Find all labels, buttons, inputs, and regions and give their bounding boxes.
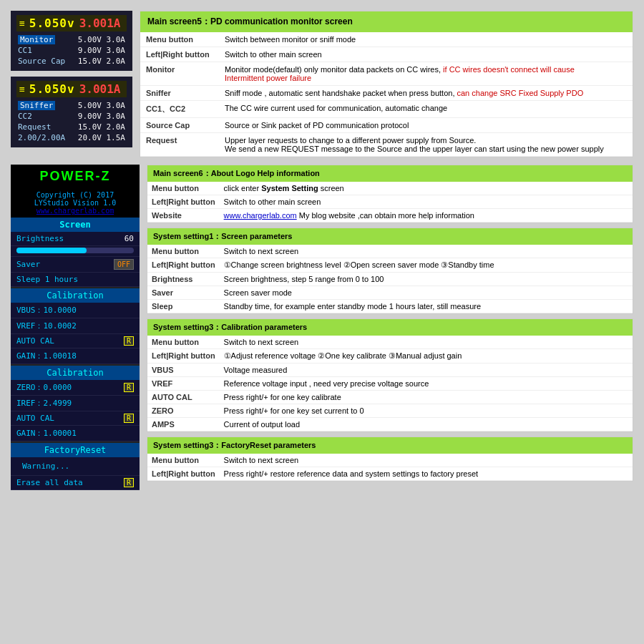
- table-row: VREF Reference voltage input , need very…: [147, 377, 633, 391]
- row-value: Switch to next screen: [220, 336, 633, 349]
- amps-label: 2.00/2.00A: [18, 133, 65, 142]
- auto-cal-label-2: AUTO CAL: [16, 414, 54, 423]
- table-row: Brightness Screen brightness, step 5 ran…: [147, 273, 633, 286]
- row-label: Brightness: [147, 273, 220, 286]
- r-badge-1: R: [124, 336, 134, 346]
- sys-setting3-factory-table: Menu button Switch to next screen Left|R…: [147, 454, 633, 481]
- table-row: Menu button Switch to next screen: [147, 245, 633, 258]
- table-row: Monitor Monitor mode(default) only monit…: [140, 62, 633, 86]
- calib2-header: Calibration: [11, 364, 140, 380]
- table-row: Saver Screen saver mode: [147, 286, 633, 300]
- about-logo-panel: Main screen6：About Logo Help information…: [147, 165, 633, 223]
- table-row: Source Cap Source or Sink packet of PD c…: [140, 118, 633, 133]
- row-value: Switch between monitor or sniff mode: [219, 32, 633, 47]
- main-screen5-table: Menu button Switch between monitor or sn…: [140, 32, 633, 157]
- calib2-row-3: GAIN：1.00001: [11, 426, 140, 441]
- row-label: Left|Right button: [147, 467, 220, 481]
- row-label: Sniffer: [140, 86, 219, 101]
- request-label: Request: [18, 122, 51, 132]
- screen1-val-0: 5.00V 3.0A: [78, 35, 125, 44]
- warning-text: Warning...: [16, 459, 75, 473]
- row-label: Monitor: [140, 62, 219, 86]
- row-label: Left|Right button: [147, 258, 220, 273]
- vbus-label: VBUS：10.0000: [16, 305, 77, 316]
- powerz-device: POWER-Z Copyright (C) 2017LYStudio Visio…: [11, 165, 140, 490]
- powerz-header: POWER-Z: [11, 165, 140, 188]
- screen1-row-2: Source Cap 15.0V 2.0A: [16, 56, 127, 67]
- device-header-2: ≡ 5.050v 3.001A: [16, 81, 127, 97]
- brightness-slider: [11, 246, 140, 257]
- table-row: Left|Right button Press right/+ restore …: [147, 467, 633, 481]
- row-value: Screen brightness, step 5 range from 0 t…: [220, 273, 633, 286]
- screen2-row-1: CC2 9.00V 3.0A: [16, 111, 127, 122]
- calib1-row-2: AUTO CAL R: [11, 334, 140, 348]
- row-value: Current of output load: [220, 418, 633, 431]
- r-badge-4: R: [124, 478, 134, 487]
- sleep-label: Sleep 1 hours: [16, 275, 78, 284]
- voltage-1: 5.050v: [29, 16, 75, 30]
- r-badge-3: R: [124, 414, 134, 423]
- screen1-val-1: 9.00V 3.0A: [78, 46, 125, 55]
- screen1-row-0: Monitor 5.00V 3.0A: [16, 34, 127, 45]
- current-2: 3.001A: [79, 82, 121, 96]
- sys-setting1-panel: System setting1：Screen parameters Menu b…: [147, 228, 633, 314]
- brightness-label: Brightness: [16, 234, 64, 243]
- powerz-logo: POWER-Z: [16, 169, 134, 184]
- auto-cal-label-1: AUTO CAL: [16, 336, 54, 346]
- sleep-row: Sleep 1 hours: [11, 273, 140, 287]
- brightness-value: 60: [125, 234, 134, 243]
- row-value: Reference voltage input , need very prec…: [220, 377, 633, 391]
- table-row: Menu button click enter System Setting s…: [147, 182, 633, 195]
- factory-reset-section: FactoryReset Warning... Erase all data R: [11, 441, 140, 490]
- screen2-val-1: 9.00V 3.0A: [78, 112, 125, 121]
- calibration1-section: Calibration VBUS：10.0000 VREF：10.0002 AU…: [11, 287, 140, 364]
- erase-label: Erase all data: [16, 478, 83, 487]
- slider-fill: [16, 248, 87, 253]
- calib1-row-1: VREF：10.0002: [11, 318, 140, 334]
- table-row: CC1、CC2 The CC wire current used for com…: [140, 101, 633, 118]
- screen1-val-2: 15.0V 2.0A: [78, 57, 125, 66]
- table-row: Left|Right button Switch to other main s…: [147, 195, 633, 209]
- row-value: Source or Sink packet of PD communicatio…: [219, 118, 633, 133]
- sys-setting3-factory-panel: System setting3：FactoryReset parameters …: [147, 436, 633, 482]
- brightness-row: Brightness 60: [11, 232, 140, 246]
- row-value: The CC wire current used for communicati…: [219, 101, 633, 118]
- mode-label-sniffer: Sniffer: [18, 101, 55, 110]
- screen1-row-1: CC1 9.00V 3.0A: [16, 45, 127, 56]
- saver-badge: OFF: [114, 259, 134, 270]
- iref-label: IREF：2.4999: [16, 398, 72, 409]
- row-value: Monitor mode(default) only monitor data …: [219, 62, 633, 86]
- vref-label: VREF：10.0002: [16, 321, 77, 331]
- row-value: Press right/+ for one key set current to…: [220, 404, 633, 418]
- menu-icon-2: ≡: [19, 84, 25, 94]
- calib2-row-2: AUTO CAL R: [11, 411, 140, 426]
- top-row: ≡ 5.050v 3.001A Monitor 5.00V 3.0A CC1 9…: [11, 11, 633, 157]
- main-screen5-panel: Main screen5：PD communication monitor sc…: [140, 11, 633, 157]
- table-row: AMPS Current of output load: [147, 418, 633, 431]
- row-label: Saver: [147, 286, 220, 300]
- row-value: Switch to next screen: [220, 454, 633, 467]
- row-value: Upper layer requests to change to a diff…: [219, 133, 633, 157]
- row-value: Switch to next screen: [220, 245, 633, 258]
- screen-section: Screen Brightness 60 Saver OFF Sleep 1 h…: [11, 218, 140, 287]
- table-row: Menu button Switch to next screen: [147, 336, 633, 349]
- sys-setting3-calib-header: System setting3：Calibration parameters: [147, 319, 633, 336]
- main-screen5-header: Main screen5：PD communication monitor sc…: [140, 11, 633, 32]
- sys-setting1-header: System setting1：Screen parameters: [147, 228, 633, 245]
- menu-icon-1: ≡: [19, 18, 25, 29]
- table-row: Menu button Switch between monitor or sn…: [140, 32, 633, 47]
- table-row: Left|Right button Switch to other main s…: [140, 47, 633, 62]
- table-row: AUTO CAL Press right/+ for one key calib…: [147, 391, 633, 404]
- screen2-val-3: 20.0V 1.5A: [78, 133, 125, 142]
- calib1-row-0: VBUS：10.0000: [11, 303, 140, 318]
- calib1-header: Calibration: [11, 287, 140, 303]
- calib2-row-1: IREF：2.4999: [11, 396, 140, 411]
- screen-section-header: Screen: [11, 218, 140, 232]
- row-label: Menu button: [140, 32, 219, 47]
- row-value: Switch to other main screen: [220, 195, 633, 209]
- table-row: VBUS Voltage measured: [147, 364, 633, 377]
- screens-column: ≡ 5.050v 3.001A Monitor 5.00V 3.0A CC1 9…: [11, 11, 132, 147]
- table-row: Menu button Switch to next screen: [147, 454, 633, 467]
- about-logo-header: Main screen6：About Logo Help information: [147, 165, 633, 182]
- saver-row: Saver OFF: [11, 257, 140, 273]
